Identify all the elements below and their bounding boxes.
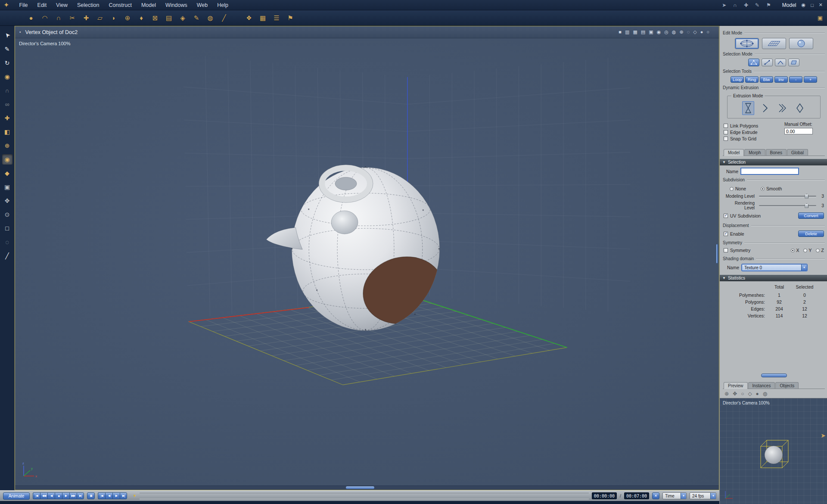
stack-tool-icon[interactable]: ▤ — [164, 12, 174, 24]
scene-canvas[interactable] — [15, 38, 719, 485]
sphere-tool-icon[interactable]: ● — [26, 12, 36, 24]
tab-bones[interactable]: Bones — [766, 149, 787, 156]
tab-model[interactable]: Model — [724, 149, 744, 156]
timeline-track[interactable] — [140, 493, 589, 499]
magnet-tool-icon[interactable]: ∩ — [2, 85, 12, 96]
menu-web[interactable]: Web — [192, 2, 212, 8]
shade-textured-icon[interactable]: ◉ — [657, 30, 661, 34]
tab-morph[interactable]: Morph — [744, 149, 765, 156]
menu-view[interactable]: View — [51, 2, 72, 8]
shading-domain-dropdown[interactable]: Texture 0 ▼ — [742, 264, 807, 271]
shrink-selection-button[interactable]: - — [789, 76, 802, 83]
range-end-button[interactable]: ▶| — [120, 492, 127, 499]
select-edge-button[interactable] — [762, 59, 773, 66]
sphere-shade-icon[interactable]: ◉ — [2, 72, 12, 82]
statistics-section-header[interactable]: ▼ Statistics — [720, 275, 827, 281]
fps-dropdown[interactable]: 24 fps ▼ — [690, 492, 716, 499]
flag-tool-icon[interactable]: ⚑ — [285, 12, 295, 24]
maximize-icon[interactable]: □ — [811, 3, 814, 8]
select-polygon-button[interactable] — [788, 59, 799, 66]
magnet-tool-icon[interactable]: ∩ — [53, 12, 64, 24]
move-tool-icon[interactable]: ✚ — [744, 2, 748, 8]
range-start-button[interactable]: |◀ — [98, 492, 105, 499]
timeline-marker-icon[interactable]: ▼ — [133, 494, 137, 498]
zoom-icon[interactable]: ⊙ — [2, 209, 12, 220]
rows-tool-icon[interactable]: ☰ — [271, 12, 282, 24]
facet-tool-icon[interactable]: ◈ — [177, 12, 188, 24]
dolly-camera-icon[interactable]: ◌ — [687, 30, 690, 34]
viewport-menu-icon[interactable]: • — [19, 30, 21, 34]
shade-wire-icon[interactable]: ◎ — [664, 30, 668, 34]
shaded-sphere-tool-icon[interactable]: ◍ — [205, 12, 215, 24]
link-polygons-checkbox[interactable] — [724, 124, 728, 128]
grow-selection-button[interactable]: + — [804, 76, 817, 83]
symmetry-y-radio[interactable] — [803, 249, 807, 252]
tab-global[interactable]: Global — [787, 149, 808, 156]
sphere-preview-icon[interactable]: ● — [700, 30, 703, 34]
view-single-icon[interactable]: ■ — [619, 30, 622, 34]
pen-tool-icon[interactable]: ✎ — [191, 12, 202, 24]
slider-thumb[interactable] — [805, 194, 808, 199]
current-time-field[interactable]: 00:00:00 — [592, 492, 617, 499]
menu-selection[interactable]: Selection — [72, 2, 104, 8]
edit-mode-smooth-button[interactable] — [789, 38, 813, 49]
play-button[interactable]: ▶ — [62, 492, 69, 499]
time-mode-dropdown[interactable]: Time ▼ — [662, 492, 687, 499]
prev-key-button[interactable]: ◀ — [105, 492, 112, 499]
panel-toggle-icon[interactable]: ▣ — [818, 15, 823, 21]
viewport-vertical-scroll-thumb[interactable] — [716, 244, 718, 264]
pan-hand-icon[interactable]: ✥ — [2, 196, 12, 206]
select-arrow-icon[interactable]: ➤ — [2, 30, 12, 40]
preview-viewport[interactable]: Director's Camera 100% ➤ — [720, 398, 827, 504]
knife-tool-icon[interactable]: ╱ — [219, 12, 229, 24]
capsule-tool-icon[interactable]: ◗ — [109, 12, 119, 24]
preview-shaded-icon[interactable]: ● — [756, 391, 759, 397]
end-time-field[interactable]: 00:07:00 — [624, 492, 649, 499]
ring-button[interactable]: Ring — [745, 76, 759, 83]
menu-windows[interactable]: Windows — [161, 2, 192, 8]
preview-wire-icon[interactable]: ○ — [741, 391, 744, 397]
extrude-tool-icon[interactable]: ⊕ — [122, 12, 133, 24]
menu-construct[interactable]: Construct — [104, 2, 137, 8]
go-start-button[interactable]: |◀ — [33, 492, 40, 499]
rotate-tool-icon[interactable]: ⊕ — [2, 140, 12, 151]
selection-name-input[interactable] — [741, 168, 799, 174]
pointer-icon[interactable]: ➤ — [722, 2, 726, 8]
shade-gouraud-icon[interactable]: ◍ — [672, 30, 676, 34]
view-grid-icon[interactable]: ▤ — [641, 30, 645, 34]
between-button[interactable]: Btw — [760, 76, 773, 83]
edit-mode-plane-button[interactable] — [762, 38, 786, 49]
marquee-select-icon[interactable]: □ — [2, 223, 12, 233]
modeling-level-slider[interactable] — [759, 196, 816, 197]
tab-objects[interactable]: Objects — [775, 382, 799, 389]
menu-file[interactable]: File — [14, 2, 32, 8]
snap-to-grid-checkbox[interactable] — [724, 137, 728, 141]
menu-help[interactable]: Help — [212, 2, 233, 8]
extrusion-chevron-button[interactable] — [759, 101, 771, 115]
rotate-view-icon[interactable]: ↻ — [2, 58, 12, 68]
tab-instances[interactable]: Instances — [748, 382, 775, 389]
symmetry-checkbox[interactable] — [724, 248, 728, 252]
rotate-camera-icon[interactable]: ⊕ — [679, 30, 683, 34]
quad-tool-icon[interactable]: ▱ — [95, 12, 105, 24]
slider-thumb[interactable] — [805, 203, 808, 208]
extrusion-spindle-button[interactable] — [742, 101, 754, 115]
view-split-4-icon[interactable]: ▦ — [633, 30, 637, 34]
stop-button[interactable]: ■ — [55, 492, 62, 499]
uv-sphere-tool-icon[interactable]: ◉ — [2, 154, 12, 165]
invert-button[interactable]: Inv — [774, 76, 788, 83]
menu-edit[interactable]: Edit — [33, 2, 52, 8]
loop-button[interactable]: Loop — [731, 76, 744, 83]
fast-rewind-button[interactable]: ◀◀ — [40, 492, 47, 499]
subdivision-smooth-radio[interactable] — [761, 187, 765, 191]
move-tool-icon[interactable]: ✚ — [2, 113, 12, 123]
extrusion-double-chevron-button[interactable] — [777, 101, 789, 115]
symmetry-x-radio[interactable] — [791, 249, 795, 252]
knife-icon[interactable]: ╱ — [2, 251, 12, 261]
animate-button[interactable]: Animate — [3, 492, 30, 500]
close-timeline-button[interactable]: ✕ — [652, 492, 659, 499]
edit-mode-vertex-button[interactable] — [735, 38, 759, 49]
extrusion-diamond-button[interactable] — [794, 101, 806, 115]
convert-button[interactable]: Convert — [798, 212, 824, 219]
draw-pen-icon[interactable]: ✎ — [2, 44, 12, 54]
